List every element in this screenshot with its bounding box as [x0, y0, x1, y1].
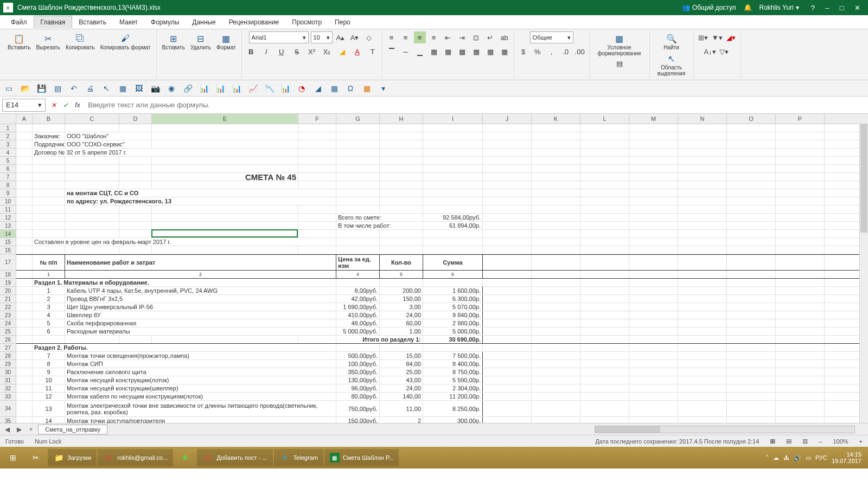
font-color-button[interactable]: A: [352, 46, 363, 57]
cell[interactable]: [119, 214, 152, 221]
cell[interactable]: [119, 336, 152, 343]
cell[interactable]: 750,00руб.: [336, 401, 380, 416]
cell[interactable]: [678, 319, 727, 327]
cell[interactable]: [152, 157, 298, 164]
cell[interactable]: [65, 246, 119, 254]
row-header[interactable]: 27: [0, 344, 16, 352]
cell[interactable]: [336, 173, 380, 181]
cell[interactable]: [16, 255, 33, 270]
cell[interactable]: [629, 181, 678, 189]
row-header[interactable]: 18: [0, 271, 16, 279]
cell[interactable]: [776, 197, 825, 205]
cell[interactable]: [678, 157, 727, 164]
cell[interactable]: [629, 336, 678, 343]
cell[interactable]: [727, 393, 776, 400]
cell[interactable]: [483, 279, 532, 286]
cell[interactable]: [727, 255, 776, 270]
cell[interactable]: [423, 165, 483, 172]
cell[interactable]: 13: [33, 401, 65, 416]
cell[interactable]: [580, 214, 629, 221]
cell[interactable]: [580, 279, 629, 286]
cell[interactable]: [678, 132, 727, 140]
menu-view[interactable]: Просмотр: [285, 16, 328, 28]
tray-up-icon[interactable]: ˄: [765, 454, 769, 461]
cell[interactable]: [580, 165, 629, 172]
cell[interactable]: [629, 157, 678, 164]
col-header-C[interactable]: C: [65, 114, 119, 124]
cell[interactable]: [727, 401, 776, 416]
cell[interactable]: [678, 368, 727, 376]
tray-onedrive-icon[interactable]: ☁: [773, 454, 779, 461]
menu-file[interactable]: Файл: [4, 16, 34, 28]
cell[interactable]: 8 400,00р.: [423, 360, 483, 368]
format-cells-button[interactable]: ▦Формат: [214, 31, 238, 52]
cell[interactable]: [16, 344, 33, 351]
row-header[interactable]: 24: [0, 319, 16, 328]
cell[interactable]: [629, 319, 678, 327]
cell[interactable]: [629, 149, 678, 156]
cell[interactable]: 200,00: [380, 287, 423, 294]
strike-button[interactable]: S̶: [291, 46, 303, 57]
print-icon[interactable]: 🖨: [85, 83, 95, 94]
cell[interactable]: Заказчик:: [33, 132, 65, 140]
cursor-icon[interactable]: ↖: [101, 83, 112, 94]
task-excel[interactable]: ▦Смета Шаблон Р...: [324, 449, 399, 466]
col-header-J[interactable]: J: [483, 114, 532, 124]
cell[interactable]: [16, 222, 33, 229]
cell[interactable]: [580, 393, 629, 400]
delete-cells-button[interactable]: ⊟Удалить: [188, 31, 213, 52]
cell[interactable]: [727, 206, 776, 213]
menu-home[interactable]: Главная: [34, 16, 73, 28]
cell[interactable]: [483, 393, 532, 400]
cell[interactable]: [580, 206, 629, 213]
cell[interactable]: [16, 295, 33, 303]
cell[interactable]: [776, 295, 825, 303]
cell[interactable]: [119, 124, 152, 132]
cell[interactable]: [776, 222, 825, 229]
cell[interactable]: [727, 238, 776, 246]
align-justify-button[interactable]: ≡: [428, 31, 440, 43]
cell[interactable]: [678, 222, 727, 229]
border4-button[interactable]: ▦: [470, 46, 482, 57]
cell[interactable]: [678, 376, 727, 384]
text-button[interactable]: T: [367, 46, 379, 57]
cell[interactable]: [580, 344, 629, 351]
cell[interactable]: 25,00: [380, 368, 423, 376]
cell[interactable]: [483, 295, 532, 303]
cell[interactable]: [580, 287, 629, 294]
chart4-icon[interactable]: 📈: [247, 83, 258, 94]
cell[interactable]: [532, 328, 580, 335]
cell[interactable]: [580, 132, 629, 140]
cell[interactable]: [380, 181, 423, 189]
cell[interactable]: [119, 246, 152, 254]
cell[interactable]: [727, 311, 776, 319]
col-header-D[interactable]: D: [119, 114, 152, 124]
cell[interactable]: [33, 165, 65, 172]
row-header[interactable]: 13: [0, 222, 16, 230]
cell[interactable]: [483, 360, 532, 368]
cell[interactable]: [532, 384, 580, 392]
cell[interactable]: [532, 376, 580, 384]
cell[interactable]: [532, 279, 580, 286]
increase-font-button[interactable]: A▴: [335, 31, 347, 43]
cell[interactable]: [483, 401, 532, 416]
row-header[interactable]: 21: [0, 295, 16, 303]
indent-inc-button[interactable]: ⇥: [456, 31, 468, 43]
row-header[interactable]: 25: [0, 328, 16, 336]
cell[interactable]: 80,00руб.: [336, 393, 380, 400]
zoom-out-icon[interactable]: –: [819, 438, 822, 445]
border6-button[interactable]: ▦: [499, 46, 510, 57]
cell[interactable]: [16, 393, 33, 400]
cell[interactable]: [298, 246, 336, 254]
cell[interactable]: [532, 181, 580, 189]
cell[interactable]: [629, 206, 678, 213]
underline-button[interactable]: U: [276, 46, 288, 57]
insert-cells-button[interactable]: ⊞Вставить: [160, 31, 187, 52]
cell[interactable]: [678, 271, 727, 278]
cell[interactable]: [629, 165, 678, 172]
cell[interactable]: 500,00руб.: [336, 352, 380, 359]
cell[interactable]: [423, 140, 483, 148]
cell[interactable]: [298, 124, 336, 132]
cell[interactable]: Монтаж точки доступа/повторителя: [65, 417, 336, 423]
cell[interactable]: [483, 271, 532, 278]
